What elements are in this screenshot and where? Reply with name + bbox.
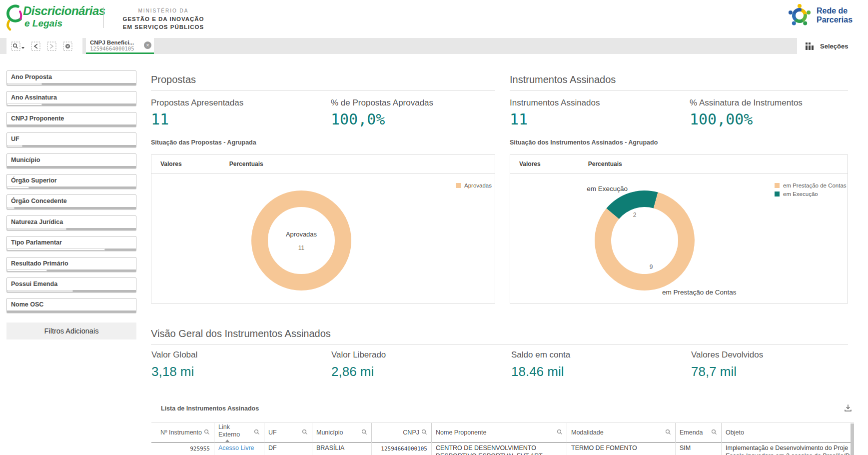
- filter-scrollbar[interactable]: [7, 228, 136, 230]
- download-icon[interactable]: [843, 403, 853, 415]
- kpi-label: % Assinatura de Instrumentos: [690, 98, 803, 108]
- selection-chip-cnpj-beneficiario[interactable]: CNPJ Benefici... 12594664000105 ×: [86, 38, 154, 54]
- donut-slice-aprovadas[interactable]: [260, 199, 343, 282]
- clear-selections-icon[interactable]: [63, 42, 72, 51]
- step-forward-icon[interactable]: [47, 42, 56, 51]
- app-root: Discricionárias e Legais MINISTÉRIO DA G…: [0, 0, 868, 455]
- selections-button[interactable]: Seleções: [797, 38, 868, 54]
- filter-scrollbar[interactable]: [7, 104, 136, 106]
- column-header-label: CNPJ: [403, 429, 419, 436]
- ministry-line1: MINISTÉRIO DA: [116, 8, 211, 14]
- tab-percentuais[interactable]: Percentuais: [229, 160, 263, 168]
- column-header-uf[interactable]: UF: [264, 423, 312, 442]
- legend-item-em-prestacao-de-contas[interactable]: em Prestação de Contas: [775, 181, 847, 190]
- column-header-nome-proponente[interactable]: Nome Proponente: [432, 423, 567, 442]
- column-search-icon[interactable]: [302, 429, 308, 435]
- filter-scrollbar[interactable]: [7, 270, 136, 272]
- column-header-modalidade[interactable]: Modalidade: [567, 423, 676, 442]
- column-search-icon[interactable]: [711, 429, 717, 435]
- filter-scrollbar[interactable]: [7, 186, 136, 188]
- kpi-saldo-em-conta: Saldo em conta18.46 mil: [511, 350, 570, 380]
- filter-scrollbar[interactable]: [7, 207, 136, 209]
- column-header-link-externo[interactable]: Link Externo: [214, 423, 264, 442]
- filter-scrollbar[interactable]: [7, 145, 136, 147]
- cell-link-externo[interactable]: Acesso Livre: [214, 442, 264, 455]
- kpi-value: 100,0%: [331, 110, 433, 128]
- filter-scrollbar[interactable]: [7, 248, 136, 250]
- legend-item-em-execucao[interactable]: em Execução: [775, 190, 847, 198]
- sidebar-filter-uf[interactable]: UF: [6, 132, 136, 148]
- sidebar-filter-tipo-parlamentar[interactable]: Tipo Parlamentar: [6, 236, 136, 251]
- donut-center-label: Aprovadas: [286, 230, 317, 238]
- kpi-value: 78,7 mil: [691, 364, 763, 380]
- sidebar-filter-orgao-superior[interactable]: Órgão Superior: [6, 174, 136, 189]
- sidebar-filter-nome-osc[interactable]: Nome OSC: [6, 298, 136, 313]
- donut-slice-label: em Prestação de Contas: [662, 288, 737, 296]
- column-search-icon[interactable]: [421, 429, 427, 435]
- additional-filters-button[interactable]: Filtros Adicionais: [6, 322, 136, 340]
- sidebar-filter-cnpj-proponente[interactable]: CNPJ Proponente: [6, 112, 136, 127]
- sidebar-filter-possui-emenda[interactable]: Possui Emenda: [6, 278, 136, 292]
- sidebar-filter-resultado-primario[interactable]: Resultado Primário: [6, 257, 136, 272]
- legend-label: em Execução: [783, 191, 818, 197]
- column-header-label: Nº Instrumento: [160, 429, 202, 436]
- filter-label: Resultado Primário: [7, 258, 136, 270]
- filter-scrollbar-thumb: [7, 83, 42, 85]
- legend-swatch: [775, 192, 780, 196]
- filter-label: Possui Emenda: [7, 278, 136, 290]
- donut-slice-em-execucao[interactable]: [606, 190, 658, 219]
- star-person-icon: [792, 14, 796, 26]
- filter-scrollbar-thumb: [7, 207, 14, 209]
- table-row[interactable]: 925955Acesso LivreDFBRASÍLIA125946640001…: [151, 442, 854, 455]
- column-search-icon[interactable]: [254, 429, 260, 435]
- kpi-value: 11: [151, 110, 243, 128]
- propostas-section-title: Propostas: [151, 74, 495, 91]
- ministry-line3: EM SERVIÇOS PÚBLICOS: [116, 24, 211, 32]
- legend-label: Aprovadas: [464, 182, 492, 188]
- star-people-icon: [786, 2, 813, 29]
- sidebar-filter-orgao-concedente[interactable]: Órgão Concedente: [6, 194, 136, 210]
- column-header-label: UF: [268, 429, 277, 436]
- cell-municipio: BRASÍLIA: [312, 442, 372, 455]
- cell-n-instrumento: 925955: [151, 442, 214, 455]
- brand-line1: Rede de: [817, 6, 853, 16]
- propostas-donut-chart[interactable]: Aprovadas11: [151, 173, 494, 303]
- column-header-municipio[interactable]: Município: [312, 423, 372, 442]
- selection-chip-close-icon[interactable]: ×: [144, 42, 151, 49]
- sidebar-filter-natureza-juridica[interactable]: Natureza Jurídica: [6, 216, 136, 230]
- column-header-objeto[interactable]: Objeto: [722, 423, 854, 442]
- legend-swatch: [456, 183, 461, 188]
- sidebar-filter-ano-proposta[interactable]: Ano Proposta: [6, 70, 136, 86]
- filter-scrollbar[interactable]: [7, 310, 136, 312]
- sidebar-filter-municipio[interactable]: Município: [6, 154, 136, 168]
- column-header-emenda[interactable]: Emenda: [676, 423, 722, 442]
- smart-search-icon[interactable]: [11, 42, 24, 51]
- kpi-label: Valores Devolvidos: [691, 350, 763, 360]
- column-search-icon[interactable]: [665, 429, 671, 435]
- tab-percentuais[interactable]: Percentuais: [588, 160, 622, 168]
- step-back-icon[interactable]: [31, 42, 40, 51]
- column-search-icon[interactable]: [557, 429, 563, 435]
- sidebar-filter-ano-assinatura[interactable]: Ano Assinatura: [6, 91, 136, 106]
- filter-scrollbar[interactable]: [7, 166, 136, 168]
- search-dropdown-caret[interactable]: [21, 47, 24, 49]
- rede-de-parcerias-brand: Rede de Parcerias: [786, 2, 853, 29]
- table-scrollbar[interactable]: [851, 424, 854, 455]
- column-header-n-instrumento[interactable]: Nº Instrumento: [151, 423, 214, 442]
- top-header: Discricionárias e Legais MINISTÉRIO DA G…: [0, 0, 868, 35]
- column-search-icon[interactable]: [361, 429, 367, 435]
- logo-line1: Discricionárias: [23, 5, 105, 17]
- column-search-icon[interactable]: [204, 429, 210, 435]
- filter-scrollbar[interactable]: [7, 124, 136, 126]
- filter-scrollbar[interactable]: [7, 290, 136, 292]
- selections-button-label: Seleções: [820, 42, 848, 50]
- tab-valores[interactable]: Valores: [160, 160, 182, 168]
- legend-item-aprovadas[interactable]: Aprovadas: [456, 181, 492, 190]
- filter-scrollbar[interactable]: [7, 83, 136, 85]
- filter-label: Tipo Parlamentar: [7, 236, 136, 248]
- tab-valores[interactable]: Valores: [519, 160, 541, 168]
- donut-slice-value: 9: [650, 264, 653, 270]
- cell-objeto: Implementação e Desenvolvimento do Proje…: [722, 442, 854, 455]
- column-header-cnpj[interactable]: CNPJ: [372, 423, 432, 442]
- table-header-row: Nº InstrumentoLink ExternoUFMunicípioCNP…: [151, 422, 854, 443]
